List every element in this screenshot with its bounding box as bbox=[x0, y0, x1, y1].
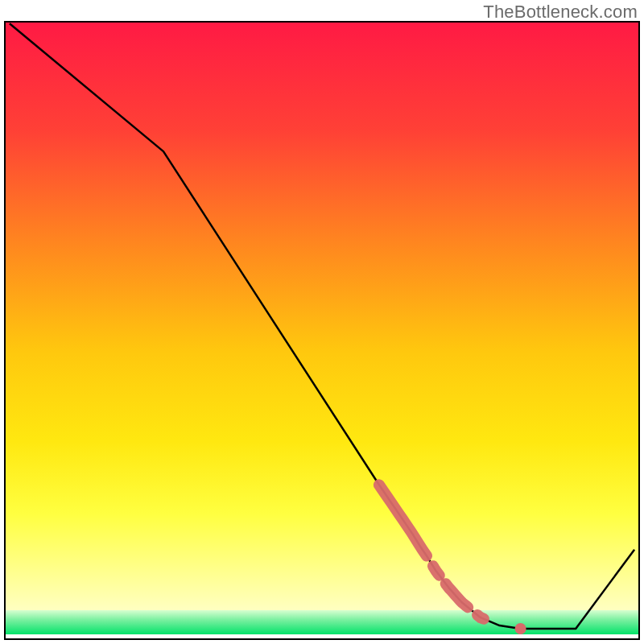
green-band bbox=[5, 610, 639, 634]
highlight-segment-1 bbox=[433, 566, 440, 576]
chart-stage: TheBottleneck.com bbox=[0, 0, 644, 644]
gradient-background bbox=[5, 22, 639, 621]
highlight-dot-0 bbox=[515, 623, 526, 634]
highlight-segment-3 bbox=[477, 615, 484, 619]
bottleneck-chart bbox=[0, 0, 644, 644]
